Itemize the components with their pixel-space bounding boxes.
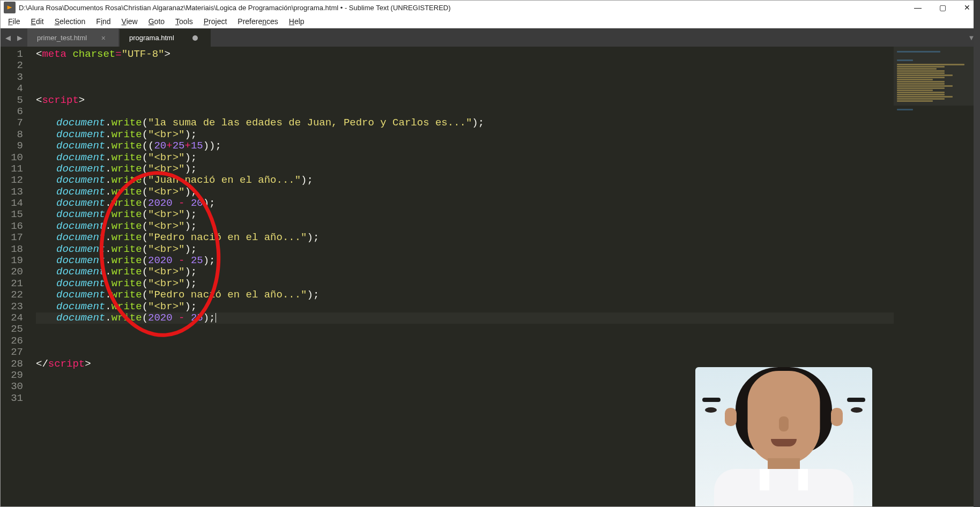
menu-project[interactable]: Project xyxy=(198,16,233,27)
nav-back-icon[interactable]: ◀ xyxy=(4,34,12,42)
client-area: ◀ ▶ primer_test.html × programa.html ▼ 1… xyxy=(1,28,979,506)
menu-view[interactable]: View xyxy=(116,16,143,27)
tab-close-icon[interactable]: × xyxy=(101,34,106,42)
nav-forward-icon[interactable]: ▶ xyxy=(16,34,24,42)
line-number-gutter: 1234567891011121314151617181920212223242… xyxy=(1,47,31,506)
menu-file[interactable]: File xyxy=(3,16,26,27)
menu-goto[interactable]: Goto xyxy=(143,16,170,27)
window-border-right xyxy=(974,0,980,507)
menu-edit[interactable]: Edit xyxy=(26,16,49,27)
window-title: D:\Alura Rosa\Documentos Rosa\Christian … xyxy=(19,4,905,12)
menu-help[interactable]: Help xyxy=(284,16,310,27)
titlebar[interactable]: D:\Alura Rosa\Documentos Rosa\Christian … xyxy=(1,1,979,14)
tab-primer-test[interactable]: primer_test.html × xyxy=(27,28,118,47)
tab-label: primer_test.html xyxy=(37,34,87,42)
editor[interactable]: 1234567891011121314151617181920212223242… xyxy=(1,47,979,506)
app-window: D:\Alura Rosa\Documentos Rosa\Christian … xyxy=(0,0,980,507)
tab-programa[interactable]: programa.html xyxy=(120,28,211,47)
menubar: File Edit Selection Find View Goto Tools… xyxy=(1,14,979,28)
tab-dirty-icon xyxy=(192,35,198,41)
tabbar: ◀ ▶ primer_test.html × programa.html ▼ xyxy=(1,28,979,47)
minimap[interactable] xyxy=(894,47,979,506)
webcam-overlay xyxy=(695,367,872,506)
menu-preferences[interactable]: Preferences xyxy=(232,16,284,27)
minimize-button[interactable]: — xyxy=(905,1,930,14)
menu-selection[interactable]: Selection xyxy=(49,16,91,27)
menu-tools[interactable]: Tools xyxy=(170,16,198,27)
menu-find[interactable]: Find xyxy=(91,16,116,27)
sublime-icon xyxy=(4,2,16,13)
maximize-button[interactable]: ▢ xyxy=(930,1,955,14)
tab-label: programa.html xyxy=(129,34,174,42)
